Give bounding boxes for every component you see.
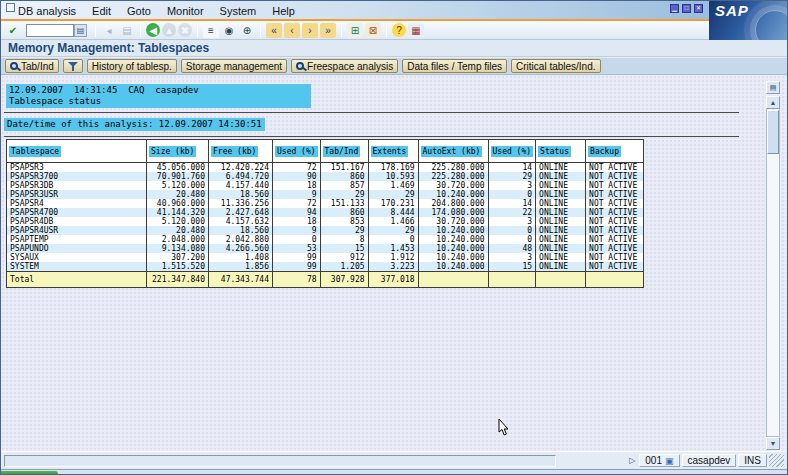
cell-tablespace: SYSTEM <box>7 262 147 272</box>
menu-item-goto[interactable]: Goto <box>126 5 152 17</box>
last-page-icon[interactable]: » <box>320 23 336 38</box>
menu-item-db-analysis[interactable]: DB analysis <box>17 5 77 17</box>
history-of-tablespaces-button[interactable]: History of tablesp. <box>87 59 177 73</box>
cell-used: 9 <box>273 226 321 235</box>
layout-menu-icon[interactable]: ▦ <box>408 23 424 38</box>
cell-autoext-kb: 30.720.000 <box>418 181 488 190</box>
start-button[interactable] <box>1 471 58 475</box>
minimize-button[interactable]: ▁ <box>670 4 679 13</box>
total-cell-used <box>488 272 536 288</box>
column-header-label: Free (kb) <box>211 146 258 157</box>
window-controls: ▁□✕ <box>670 4 703 13</box>
column-header-label: Extents <box>371 146 409 157</box>
table-row-psapundo[interactable]: PSAPUNDO9.134.0804.266.56053151.45310.24… <box>7 244 644 253</box>
total-cell-free-kb: 47.343.744 <box>209 272 273 288</box>
cell-status: ONLINE <box>536 208 586 217</box>
cell-used: 72 <box>273 163 321 173</box>
system-menu-icon[interactable] <box>6 3 15 12</box>
menu-item-monitor[interactable]: Monitor <box>166 5 205 17</box>
table-row-psapsr3usr[interactable]: PSAPSR3USR20.48018.5609292910.240.0000ON… <box>7 190 644 199</box>
command-field[interactable] <box>26 24 74 37</box>
column-header-label: Status <box>538 146 571 157</box>
table-row-psapsr4700[interactable]: PSAPSR470041.144.3202.427.648948608.4441… <box>7 208 644 217</box>
cell-autoext-kb: 30.720.000 <box>418 217 488 226</box>
cell-size-kb: 45.056.000 <box>147 163 209 173</box>
cell-tab-ind: 15 <box>320 244 368 253</box>
toolbar-separator <box>260 24 261 37</box>
data-files-temp-files-button[interactable]: Data files / Temp files <box>402 59 507 73</box>
table-row-psapsr3700[interactable]: PSAPSR370070.901.7606.494.7209086010.593… <box>7 172 644 181</box>
storage-management-button[interactable]: Storage management <box>181 59 287 73</box>
create-shortcut-icon[interactable]: ⊠ <box>365 23 381 38</box>
cell-backup: NOT ACTIVE <box>586 262 644 272</box>
previous-page-icon[interactable]: ‹ <box>284 23 300 38</box>
status-insert-mode[interactable]: INS <box>738 454 767 467</box>
status-client[interactable]: 001▣ <box>639 454 679 467</box>
cell-size-kb: 1.515.520 <box>147 262 209 272</box>
status-message-field[interactable] <box>4 455 556 467</box>
first-page-icon[interactable]: « <box>266 23 282 38</box>
cell-used: 15 <box>488 262 536 272</box>
cell-autoext-kb: 10.240.000 <box>418 262 488 272</box>
cell-extents: 1.912 <box>368 253 418 262</box>
close-button[interactable]: ✕ <box>694 4 703 13</box>
cell-extents: 10.593 <box>368 172 418 181</box>
table-row-psapsr4[interactable]: PSAPSR440.960.00011.336.25672151.133170.… <box>7 199 644 208</box>
standard-toolbar: ✔ ▤ ◂▤◀▲✖≡◉⊕«‹›»⊞⊠?▦ <box>1 21 711 40</box>
maximize-button[interactable]: □ <box>682 4 691 13</box>
table-row-sysaux[interactable]: SYSAUX307.2001.408999121.91210.240.0003O… <box>7 253 644 262</box>
table-row-psapsr3db[interactable]: PSAPSR3DB5.120.0004.157.440188571.46930.… <box>7 181 644 190</box>
scrollbar-thumb[interactable] <box>767 110 779 154</box>
cell-extents: 8.444 <box>368 208 418 217</box>
cell-used: 0 <box>488 235 536 244</box>
table-row-system[interactable]: SYSTEM1.515.5201.856991.2053.22310.240.0… <box>7 262 644 272</box>
filter-button[interactable] <box>63 59 83 73</box>
next-page-icon[interactable]: › <box>302 23 318 38</box>
command-field-menu-icon[interactable]: ▤ <box>74 24 87 37</box>
cell-autoext-kb: 10.240.000 <box>418 190 488 199</box>
column-header-status: Status <box>536 140 586 163</box>
resize-grip[interactable] <box>769 454 784 467</box>
table-row-psapsr4usr[interactable]: PSAPSR4USR20.48018.5609292910.240.0000ON… <box>7 226 644 235</box>
magnifier-icon <box>10 62 18 70</box>
status-server[interactable]: casapdev <box>682 454 737 467</box>
find-next-icon[interactable]: ⊕ <box>239 23 255 38</box>
total-cell-backup <box>586 272 644 288</box>
menu-item-edit[interactable]: Edit <box>91 5 112 17</box>
find-icon[interactable]: ◉ <box>221 23 237 38</box>
cell-used: 0 <box>488 226 536 235</box>
column-header-extents: Extents <box>368 140 418 163</box>
back-icon[interactable]: ◀ <box>146 23 160 37</box>
cell-tablespace: PSAPSR4DB <box>7 217 147 226</box>
list-settings-icon[interactable]: ▤ <box>766 81 780 94</box>
cell-tab-ind: 912 <box>320 253 368 262</box>
help-icon[interactable]: ? <box>392 23 406 37</box>
table-row-psapsr3[interactable]: PSAPSR345.056.00012.420.22472151.167178.… <box>7 163 644 173</box>
menu-item-help[interactable]: Help <box>271 5 296 17</box>
toolbar-separator <box>341 24 342 37</box>
enter-icon[interactable]: ✔ <box>5 23 21 38</box>
column-header-label: Tablespace <box>9 146 61 157</box>
menu-item-system[interactable]: System <box>219 5 258 17</box>
cell-tablespace: PSAPUNDO <box>7 244 147 253</box>
cell-autoext-kb: 225.280.000 <box>418 172 488 181</box>
print-icon[interactable]: ≡ <box>203 23 219 38</box>
scroll-down-icon[interactable]: ▼ <box>766 437 780 450</box>
cell-used: 18 <box>273 181 321 190</box>
status-expand-button[interactable]: ▷ <box>627 456 637 465</box>
tabind-button[interactable]: Tab/Ind <box>5 59 59 73</box>
table-row-psaptemp[interactable]: PSAPTEMP2.048.0002.042.88008010.240.0000… <box>7 235 644 244</box>
status-right-panels: ▷ 001▣casapdevINS <box>627 454 784 467</box>
cell-extents: 29 <box>368 190 418 199</box>
total-cell-tablespace: Total <box>7 272 147 288</box>
cell-used: 29 <box>488 172 536 181</box>
cell-used: 0 <box>488 190 536 199</box>
new-session-icon[interactable]: ⊞ <box>347 23 363 38</box>
freespace-analysis-button[interactable]: Freespace analysis <box>291 59 398 73</box>
table-row-psapsr4db[interactable]: PSAPSR4DB5.120.0004.157.632188531.46630.… <box>7 217 644 226</box>
title-bar: Memory Management: Tablespaces <box>1 40 787 57</box>
critical-tables-indexes-button[interactable]: Critical tables/Ind. <box>511 59 600 73</box>
scroll-up-icon[interactable]: ▲ <box>766 96 780 109</box>
button-label: Tab/Ind <box>21 61 54 72</box>
cell-autoext-kb: 225.280.000 <box>418 163 488 173</box>
